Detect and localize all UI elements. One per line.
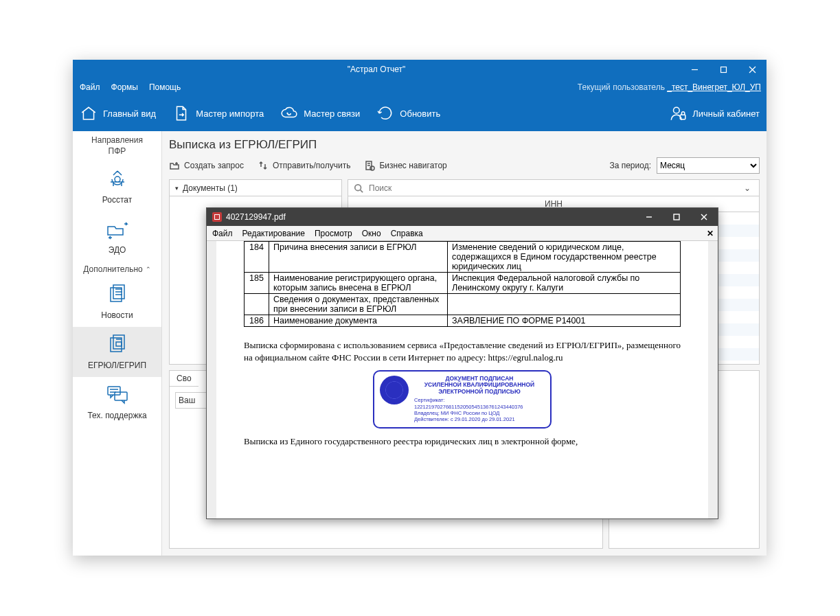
rosstat-icon xyxy=(104,168,131,190)
pdf-menu-help[interactable]: Справка xyxy=(391,229,423,238)
menu-forms[interactable]: Формы xyxy=(111,82,138,92)
table-row: 184 Причина внесения записи в ЕГРЮЛ Изме… xyxy=(245,242,681,273)
svg-rect-1 xyxy=(720,67,726,72)
pdf-note: Выписка сформирована с использованием се… xyxy=(244,339,681,363)
pdf-menubar: Файл Редактирование Просмотр Окно Справк… xyxy=(207,226,718,241)
sidebar-item-news[interactable]: Новости xyxy=(73,277,161,327)
pdf-table: 184 Причина внесения записи в ЕГРЮЛ Изме… xyxy=(244,241,681,327)
ribbon: Главный вид Мастер импорта Мастер связи … xyxy=(73,95,767,131)
folder-exchange-icon xyxy=(104,218,131,240)
pdf-menu-window[interactable]: Окно xyxy=(362,229,381,238)
refresh-icon xyxy=(376,104,394,122)
pdf-menu-file[interactable]: Файл xyxy=(212,229,233,238)
signature-stamp: ДОКУМЕНТ ПОДПИСАН УСИЛЕННОЙ КВАЛИФИЦИРОВ… xyxy=(373,370,552,429)
svg-point-23 xyxy=(355,184,361,190)
sidebar-extra-head[interactable]: Дополнительно ⌃ xyxy=(73,262,161,277)
table-row: 186 Наименование документа ЗАЯВЛЕНИЕ ПО … xyxy=(245,315,681,327)
close-button[interactable] xyxy=(738,60,767,79)
pdf-minimize-button[interactable] xyxy=(635,208,663,226)
sidebar-item-rosstat[interactable]: Росстат xyxy=(73,161,161,212)
seal-icon xyxy=(380,376,409,404)
page-title: Выписка из ЕГРЮЛ/ЕГРИП xyxy=(169,138,760,152)
pdf-menu-edit[interactable]: Редактирование xyxy=(242,229,305,238)
pdf-page: 184 Причина внесения записи в ЕГРЮЛ Изме… xyxy=(216,241,708,518)
ribbon-cabinet[interactable]: Личный кабинет xyxy=(669,104,760,122)
ribbon-refresh[interactable]: Обновить xyxy=(376,104,440,122)
cloud-sync-icon xyxy=(280,104,298,122)
send-receive-icon xyxy=(258,160,269,171)
sidebar-sub: ПФР xyxy=(73,146,161,161)
ribbon-import[interactable]: Мастер импорта xyxy=(172,104,264,122)
menubar: Файл Формы Помощь Текущий пользователь _… xyxy=(73,79,767,95)
window-title: "Астрал Отчет" xyxy=(73,65,680,74)
table-row: Сведения о документах, представленных пр… xyxy=(245,294,681,315)
minimize-button[interactable] xyxy=(680,60,709,79)
sidebar: Направления ПФР Росстат ЭДО Дополнительн… xyxy=(73,131,162,556)
maximize-button[interactable] xyxy=(709,60,738,79)
pdf-icon xyxy=(212,212,222,222)
ribbon-home[interactable]: Главный вид xyxy=(80,104,156,122)
home-icon xyxy=(80,104,98,122)
window-controls xyxy=(680,60,767,79)
menu-help[interactable]: Помощь xyxy=(149,82,181,92)
send-receive-button[interactable]: Отправить/получить xyxy=(258,160,350,171)
news-icon xyxy=(104,284,131,306)
period-select[interactable]: Месяц xyxy=(657,157,760,174)
sidebar-item-edo[interactable]: ЭДО xyxy=(73,212,161,262)
pdf-footer: Выписка из Единого государственного реес… xyxy=(244,435,681,448)
menu-file[interactable]: Файл xyxy=(80,82,100,92)
svg-point-4 xyxy=(674,107,680,113)
period-filter: За период: Месяц xyxy=(609,157,760,174)
business-navigator-button[interactable]: Бизнес навигатор xyxy=(364,160,446,171)
titlebar: "Астрал Отчет" xyxy=(73,60,767,79)
pdf-close-button[interactable] xyxy=(690,208,718,226)
search-icon xyxy=(354,183,363,193)
pdf-titlebar: 4027129947.pdf xyxy=(207,208,718,226)
svg-rect-26 xyxy=(674,214,679,220)
chat-icon xyxy=(104,384,131,406)
current-user-link[interactable]: _тест_Винегрет_ЮЛ_УП xyxy=(667,82,761,92)
action-row: Создать запрос Отправить/получить Бизнес… xyxy=(169,157,760,174)
pdf-content[interactable]: 184 Причина внесения записи в ЕГРЮЛ Изме… xyxy=(207,241,718,518)
documents-panel-header[interactable]: ▾ Документы (1) xyxy=(170,180,341,196)
sidebar-item-egrul[interactable]: ЕГРЮЛ/ЕГРИП xyxy=(73,327,161,377)
search-bar: ⌄ xyxy=(348,180,759,196)
navigator-icon xyxy=(364,160,375,171)
document-arrow-icon xyxy=(172,104,190,122)
pdf-maximize-button[interactable] xyxy=(663,208,690,226)
pdf-doc-close-button[interactable]: ✕ xyxy=(707,229,714,238)
svg-rect-16 xyxy=(115,392,127,400)
svg-line-24 xyxy=(361,190,363,192)
properties-tab[interactable]: Сво xyxy=(170,371,198,387)
create-request-button[interactable]: Создать запрос xyxy=(169,160,244,171)
svg-rect-14 xyxy=(116,342,122,346)
registry-icon xyxy=(104,334,131,356)
current-user: Текущий пользователь _тест_Винегрет_ЮЛ_У… xyxy=(578,82,761,92)
sidebar-item-support[interactable]: Тех. поддержка xyxy=(73,377,161,427)
pdf-menu-view[interactable]: Просмотр xyxy=(315,229,352,238)
chevron-up-icon: ⌃ xyxy=(146,266,151,273)
ribbon-connect[interactable]: Мастер связи xyxy=(280,104,360,122)
pdf-viewer-window: 4027129947.pdf Файл Редактирование Просм… xyxy=(206,207,718,519)
expand-search-button[interactable]: ⌄ xyxy=(741,183,753,193)
user-lock-icon xyxy=(669,104,687,122)
search-input[interactable] xyxy=(367,183,737,194)
pdf-filename: 4027129947.pdf xyxy=(226,212,635,222)
folder-plus-icon xyxy=(169,160,180,171)
table-row: 185 Наименование регистрирующего органа,… xyxy=(245,273,681,294)
svg-point-22 xyxy=(370,166,374,170)
chevron-down-icon: ▾ xyxy=(175,185,179,192)
sidebar-header: Направления xyxy=(73,131,161,146)
svg-rect-15 xyxy=(108,387,120,395)
